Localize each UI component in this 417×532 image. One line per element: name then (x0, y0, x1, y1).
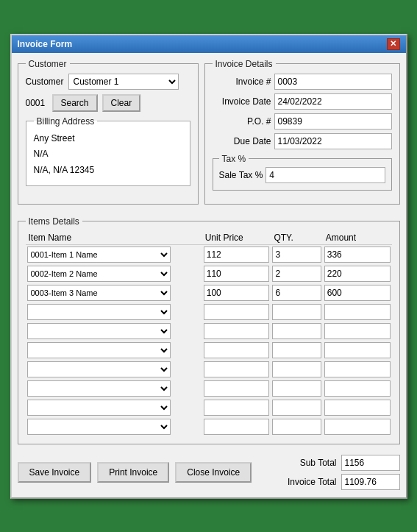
customer-id: 0001 (26, 98, 48, 108)
qty-input-4[interactable] (272, 304, 321, 320)
table-row (26, 322, 392, 341)
close-icon[interactable]: ✕ (387, 38, 400, 50)
price-input-3[interactable] (204, 285, 270, 301)
due-date-row: Due Date (213, 133, 392, 149)
tax-legend: Tax % (219, 154, 249, 164)
clear-button[interactable]: Clear (102, 94, 141, 112)
qty-input-6[interactable] (272, 342, 321, 358)
item-select-5[interactable] (27, 323, 171, 339)
qty-input-5[interactable] (272, 323, 321, 339)
invoice-details-section: Invoice Details Invoice # Invoice Date P… (204, 59, 400, 205)
footer-section: Save Invoice Print Invoice Close Invoice… (18, 450, 400, 492)
billing-line3: N/A, N/A 12345 (34, 163, 182, 179)
qty-input-3[interactable] (272, 285, 321, 301)
items-legend: Items Details (26, 216, 82, 227)
qty-input-2[interactable] (272, 266, 321, 282)
po-num-label: P.O. # (213, 116, 271, 127)
amount-input-10[interactable] (324, 419, 391, 435)
invoice-num-input[interactable] (274, 74, 392, 90)
price-input-6[interactable] (204, 342, 270, 358)
invoice-date-label: Invoice Date (213, 96, 271, 107)
invoice-date-row: Invoice Date (213, 93, 392, 110)
table-row: 0001-Item 1 Name (26, 244, 392, 264)
title-bar: Invoice Form ✕ (12, 35, 406, 53)
amount-input-1[interactable] (324, 247, 391, 263)
item-select-7[interactable] (27, 361, 171, 377)
item-select-1[interactable]: 0001-Item 1 Name (27, 247, 171, 263)
price-input-2[interactable] (204, 266, 270, 282)
due-date-input[interactable] (274, 133, 392, 149)
footer-buttons: Save Invoice Print Invoice Close Invoice (18, 462, 252, 483)
invoice-num-row: Invoice # (213, 74, 392, 90)
amount-input-4[interactable] (324, 304, 391, 320)
qty-input-10[interactable] (272, 419, 321, 435)
billing-address-legend: Billing Address (34, 116, 98, 127)
subtotal-row: Sub Total (288, 455, 400, 471)
table-row (26, 417, 392, 436)
amount-input-7[interactable] (324, 361, 391, 377)
table-row (26, 379, 392, 398)
item-select-3[interactable]: 0003-Item 3 Name (27, 285, 171, 301)
top-sections: Customer Customer Customer 1 0001 Search… (18, 59, 400, 210)
save-invoice-button[interactable]: Save Invoice (18, 462, 92, 483)
price-input-4[interactable] (204, 304, 270, 320)
item-select-4[interactable] (27, 304, 171, 320)
due-date-label: Due Date (213, 136, 271, 146)
po-num-row: P.O. # (213, 113, 392, 130)
col-qty-header: QTY. (271, 231, 322, 245)
amount-input-6[interactable] (324, 342, 391, 358)
qty-input-1[interactable] (272, 247, 321, 263)
amount-input-8[interactable] (324, 380, 391, 397)
amount-input-9[interactable] (324, 400, 391, 416)
qty-input-7[interactable] (272, 361, 321, 377)
dialog-title: Invoice Form (18, 39, 73, 49)
invoice-total-input[interactable] (341, 474, 400, 490)
subtotal-input[interactable] (341, 455, 400, 471)
col-item-header: Item Name (26, 231, 202, 245)
invoice-date-input[interactable] (274, 93, 392, 110)
item-select-6[interactable] (27, 342, 171, 358)
price-input-1[interactable] (204, 247, 270, 263)
table-row (26, 360, 392, 379)
dialog-body: Customer Customer Customer 1 0001 Search… (12, 53, 406, 497)
price-input-8[interactable] (204, 380, 270, 397)
item-select-10[interactable] (27, 419, 171, 435)
price-input-5[interactable] (204, 323, 270, 339)
customer-select[interactable]: Customer 1 (68, 74, 179, 90)
sale-tax-label: Sale Tax % (219, 170, 263, 180)
print-invoice-button[interactable]: Print Invoice (97, 462, 169, 483)
amount-input-5[interactable] (324, 323, 391, 339)
customer-label: Customer (26, 77, 64, 87)
table-row: 0003-Item 3 Name (26, 283, 392, 302)
amount-input-2[interactable] (324, 266, 391, 282)
invoice-details-legend: Invoice Details (213, 59, 276, 69)
invoice-num-label: Invoice # (213, 77, 271, 87)
sale-tax-row: Sale Tax % (219, 167, 385, 183)
sale-tax-input[interactable] (265, 167, 385, 183)
subtotal-label: Sub Total (300, 458, 337, 468)
customer-row: Customer Customer 1 (26, 74, 190, 90)
price-input-9[interactable] (204, 400, 270, 416)
col-amount-header: Amount (323, 231, 392, 245)
qty-input-9[interactable] (272, 400, 321, 416)
col-price-header: Unit Price (202, 231, 271, 245)
qty-input-8[interactable] (272, 380, 321, 397)
close-invoice-button[interactable]: Close Invoice (175, 462, 252, 483)
totals-section: Sub Total Invoice Total (288, 455, 400, 490)
search-button[interactable]: Search (52, 94, 98, 112)
table-row: 0002-Item 2 Name (26, 264, 392, 283)
price-input-7[interactable] (204, 361, 270, 377)
items-table: Item Name Unit Price QTY. Amount 0001-It… (26, 231, 392, 436)
item-select-8[interactable] (27, 380, 171, 397)
items-section: Items Details Item Name Unit Price QTY. … (18, 216, 400, 444)
po-num-input[interactable] (274, 113, 392, 130)
item-select-2[interactable]: 0002-Item 2 Name (27, 266, 171, 282)
table-row (26, 398, 392, 417)
table-row (26, 341, 392, 360)
amount-input-3[interactable] (324, 285, 391, 301)
tax-section: Tax % Sale Tax % (213, 154, 392, 191)
invoice-total-row: Invoice Total (288, 474, 400, 490)
customer-id-row: 0001 Search Clear (26, 94, 190, 112)
item-select-9[interactable] (27, 400, 171, 416)
price-input-10[interactable] (204, 419, 270, 435)
